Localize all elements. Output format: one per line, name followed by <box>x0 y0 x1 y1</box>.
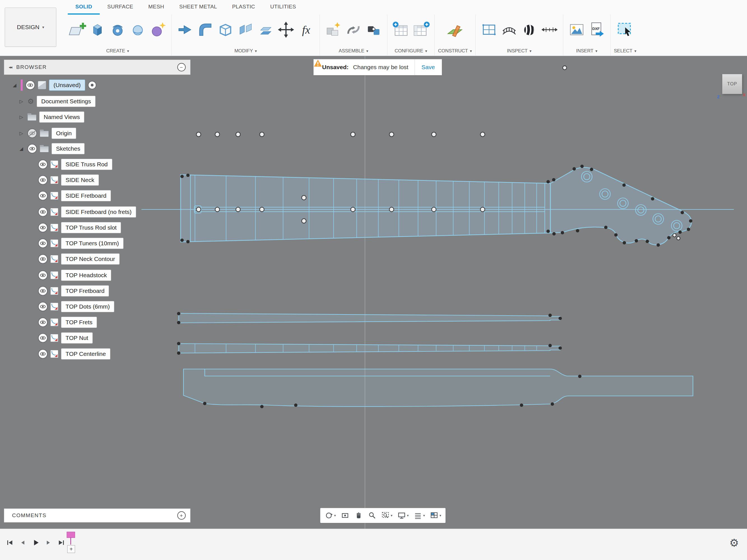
zebra-analysis-button[interactable] <box>519 16 539 44</box>
sketch-canvas[interactable] <box>0 56 747 529</box>
sketch-label[interactable]: TOP Neck Contour <box>61 254 120 265</box>
tab-utilities[interactable]: UTILITIES <box>263 0 304 15</box>
grid-settings-tool[interactable]: ▾ <box>411 508 428 523</box>
configuration-button[interactable] <box>391 16 411 44</box>
construct-menu[interactable]: CONSTRUCT▾ <box>438 48 472 54</box>
expand-closed-icon[interactable]: ▷ <box>18 131 25 136</box>
visibility-eye-icon[interactable] <box>25 80 35 90</box>
sketches-label[interactable]: Sketches <box>52 143 84 154</box>
sketch-row[interactable]: TOP Nut <box>38 331 93 345</box>
display-settings-tool[interactable]: ▾ <box>395 508 411 523</box>
root-document-label[interactable]: (Unsaved) <box>49 80 85 91</box>
modify-menu[interactable]: MODIFY▾ <box>234 48 257 54</box>
shell-button[interactable] <box>215 16 236 44</box>
sketch-row[interactable]: TOP Truss Rod slot <box>38 221 121 234</box>
orbit-tool[interactable]: ▾ <box>322 508 338 523</box>
tab-mesh[interactable]: MESH <box>141 0 172 15</box>
sketch-row[interactable]: TOP Neck Contour <box>38 252 120 266</box>
form-button[interactable] <box>148 16 168 44</box>
assemble-menu[interactable]: ASSEMBLE▾ <box>339 48 368 54</box>
construction-plane-button[interactable] <box>445 16 465 44</box>
zoom-tool[interactable] <box>365 508 379 523</box>
activate-component-radio[interactable] <box>88 81 96 89</box>
browser-row-sketches[interactable]: ◢ Sketches <box>18 142 84 155</box>
extrude-button[interactable] <box>87 16 107 44</box>
measure-button[interactable] <box>479 16 499 44</box>
visibility-eye-icon[interactable] <box>38 254 48 264</box>
viewcube-top-face[interactable]: TOP <box>727 81 737 86</box>
sketch-label[interactable]: SIDE Fretboard (no frets) <box>61 206 136 218</box>
save-button[interactable]: Save <box>415 59 442 75</box>
expand-closed-icon[interactable]: ▷ <box>18 114 25 120</box>
timeline-sketch-marker[interactable] <box>67 532 75 538</box>
tab-solid[interactable]: SOLID <box>68 0 100 15</box>
design-menu-button[interactable]: DESIGN ▾ <box>5 7 56 47</box>
play-button[interactable] <box>30 536 42 550</box>
as-built-joint-button[interactable] <box>364 16 384 44</box>
insert-dxf-button[interactable]: DXF <box>587 16 607 44</box>
sketch-headstock-top-view[interactable] <box>550 167 692 245</box>
comments-add-icon[interactable]: + <box>177 511 186 520</box>
step-back-button[interactable] <box>17 536 29 550</box>
insert-menu[interactable]: INSERT▾ <box>576 48 597 54</box>
visibility-eye-icon[interactable] <box>38 239 48 248</box>
tab-plastic[interactable]: PLASTIC <box>225 0 263 15</box>
browser-row-named-views[interactable]: ▷ Named Views <box>18 110 84 124</box>
select-button[interactable] <box>615 16 635 44</box>
press-pull-button[interactable] <box>175 16 195 44</box>
fit-tool[interactable]: ▾ <box>379 508 395 523</box>
sketch-label[interactable]: TOP Nut <box>61 332 93 344</box>
document-settings-label[interactable]: Document Settings <box>37 96 95 107</box>
timeline-playhead[interactable] <box>70 537 71 544</box>
visibility-eye-icon[interactable] <box>38 318 48 327</box>
sketch-row[interactable]: SIDE Fretboard <box>38 189 111 203</box>
visibility-eye-icon[interactable] <box>38 207 48 217</box>
sketch-row[interactable]: SIDE Fretboard (no frets) <box>38 205 136 219</box>
sketch-row[interactable]: TOP Frets <box>38 316 97 329</box>
visibility-eye-icon[interactable] <box>27 144 37 154</box>
insert-image-button[interactable] <box>567 16 587 44</box>
draft-button[interactable] <box>236 16 256 44</box>
sketch-row[interactable]: TOP Tuners (10mm) <box>38 237 124 250</box>
timeline-add-button[interactable]: + <box>67 545 75 553</box>
visibility-eye-icon[interactable] <box>38 333 48 343</box>
visibility-eye-icon[interactable] <box>38 160 48 169</box>
joint-button[interactable] <box>343 16 364 44</box>
revolve-button[interactable] <box>107 16 128 44</box>
expand-open-icon[interactable]: ◢ <box>11 82 18 88</box>
browser-row-document-settings[interactable]: ▷ ⚙ Document Settings <box>18 95 96 108</box>
visibility-eye-icon[interactable] <box>38 302 48 311</box>
create-sketch-button[interactable] <box>67 16 87 44</box>
sketch-row[interactable]: TOP Centerline <box>38 347 110 361</box>
curvature-comb-button[interactable] <box>499 16 519 44</box>
browser-root-row[interactable]: ◢ (Unsaved) <box>11 78 96 92</box>
visibility-eye-icon[interactable] <box>38 223 48 232</box>
section-analysis-button[interactable] <box>539 16 560 44</box>
visibility-eye-icon[interactable] <box>38 175 48 185</box>
tab-sheet-metal[interactable]: SHEET METAL <box>172 0 225 15</box>
tab-surface[interactable]: SURFACE <box>100 0 141 15</box>
sketch-label[interactable]: TOP Frets <box>61 317 97 328</box>
move-copy-button[interactable] <box>276 16 296 44</box>
browser-row-origin[interactable]: ▷ Origin <box>18 127 76 140</box>
inspect-menu[interactable]: INSPECT▾ <box>507 48 532 54</box>
sketch-label[interactable]: TOP Fretboard <box>61 285 109 296</box>
viewports-tool[interactable]: ▾ <box>428 508 444 523</box>
select-menu[interactable]: SELECT▾ <box>614 48 636 54</box>
sketch-row[interactable]: TOP Dots (6mm) <box>38 300 114 313</box>
visibility-eye-icon[interactable] <box>38 286 48 296</box>
sketch-row[interactable]: TOP Headstock <box>38 268 111 282</box>
visibility-off-eye-icon[interactable] <box>27 129 37 138</box>
configure-menu[interactable]: CONFIGURE▾ <box>395 48 427 54</box>
configuration-table-button[interactable] <box>411 16 431 44</box>
sketch-row[interactable]: SIDE Neck <box>38 173 99 187</box>
collapse-panel-icon[interactable]: ◂◂ <box>9 65 12 70</box>
expand-closed-icon[interactable]: ▷ <box>18 99 25 104</box>
visibility-eye-icon[interactable] <box>38 191 48 201</box>
sketch-fretboard-strip[interactable] <box>179 313 560 323</box>
sketch-nut-strip[interactable] <box>179 344 560 353</box>
canvas-viewport[interactable]: Unsaved: Changes may be lost Save <box>0 56 747 529</box>
sketch-label[interactable]: TOP Dots (6mm) <box>61 301 114 312</box>
go-to-start-button[interactable] <box>4 536 16 550</box>
pan-tool[interactable] <box>352 508 365 523</box>
